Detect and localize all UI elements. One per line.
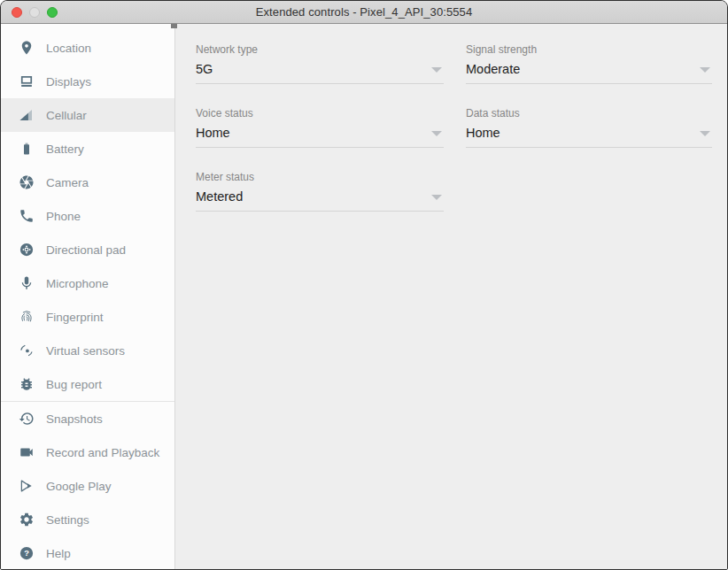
network-type-select[interactable]: 5G — [196, 62, 444, 84]
data-status-select[interactable]: Home — [466, 126, 712, 148]
dpad-icon — [19, 242, 35, 258]
signal-strength-select[interactable]: Moderate — [466, 62, 712, 84]
title-bar: Extended controls - Pixel_4_API_30:5554 — [1, 1, 727, 24]
field-voice-status: Voice status Home — [196, 107, 444, 148]
sidebar-item-label: Snapshots — [46, 412, 103, 426]
cellular-signal-icon — [19, 107, 35, 123]
minimize-button[interactable] — [29, 7, 40, 18]
sidebar: Location Displays Cellular Battery — [1, 24, 175, 569]
sidebar-item-label: Location — [46, 42, 91, 55]
extended-controls-window: Extended controls - Pixel_4_API_30:5554 … — [0, 0, 728, 570]
voice-status-select[interactable]: Home — [196, 126, 444, 148]
sidebar-item-label: Help — [46, 547, 71, 560]
network-type-label: Network type — [196, 43, 444, 56]
traffic-lights — [12, 1, 58, 24]
sidebar-item-label: Virtual sensors — [46, 344, 125, 358]
sidebar-item-record-playback[interactable]: Record and Playback — [1, 435, 174, 469]
sidebar-item-settings[interactable]: Settings — [1, 503, 174, 536]
help-icon: ? — [19, 545, 35, 561]
signal-strength-label: Signal strength — [466, 43, 712, 56]
sidebar-item-microphone[interactable]: Microphone — [1, 266, 174, 300]
sidebar-item-fingerprint[interactable]: Fingerprint — [1, 300, 174, 334]
sidebar-item-cellular[interactable]: Cellular — [1, 98, 174, 132]
scrollbar-thumb[interactable] — [171, 24, 177, 28]
window-title: Extended controls - Pixel_4_API_30:5554 — [256, 5, 473, 19]
snapshots-history-icon — [19, 411, 35, 427]
chevron-down-icon — [431, 195, 442, 200]
sidebar-item-battery[interactable]: Battery — [1, 132, 174, 166]
chevron-down-icon — [700, 67, 710, 73]
sidebar-item-label: Settings — [46, 513, 89, 527]
sidebar-item-phone[interactable]: Phone — [1, 199, 174, 233]
sidebar-item-camera[interactable]: Camera — [1, 166, 174, 199]
google-play-icon — [19, 478, 35, 494]
sidebar-item-location[interactable]: Location — [1, 31, 174, 65]
sidebar-item-label: Directional pad — [46, 243, 126, 257]
sidebar-item-label: Microphone — [46, 277, 109, 290]
meter-status-select[interactable]: Metered — [196, 189, 444, 212]
sidebar-item-label: Fingerprint — [46, 311, 104, 324]
chevron-down-icon — [431, 67, 442, 73]
meter-status-value: Metered — [196, 189, 243, 204]
sidebar-item-bug-report[interactable]: Bug report — [1, 367, 174, 401]
sidebar-item-label: Record and Playback — [46, 446, 159, 459]
voice-status-value: Home — [196, 126, 230, 140]
location-pin-icon — [19, 40, 35, 56]
zoom-button[interactable] — [47, 7, 58, 18]
sidebar-item-label: Camera — [46, 176, 89, 189]
sidebar-item-snapshots[interactable]: Snapshots — [1, 402, 174, 435]
record-playback-icon — [19, 444, 35, 460]
virtual-sensors-icon — [19, 343, 35, 358]
signal-strength-value: Moderate — [466, 62, 520, 76]
field-network-type: Network type 5G — [196, 43, 444, 84]
chevron-down-icon — [431, 131, 442, 136]
voice-status-label: Voice status — [196, 107, 444, 119]
sidebar-item-label: Bug report — [46, 378, 102, 391]
meter-status-label: Meter status — [196, 171, 444, 183]
network-type-value: 5G — [196, 62, 213, 76]
sidebar-item-label: Battery — [46, 142, 84, 156]
sidebar-item-displays[interactable]: Displays — [1, 65, 174, 98]
field-signal-strength: Signal strength Moderate — [466, 43, 712, 84]
chevron-down-icon — [700, 131, 710, 136]
close-button[interactable] — [12, 7, 22, 18]
fingerprint-icon — [19, 309, 35, 325]
field-data-status: Data status Home — [466, 107, 712, 148]
sidebar-item-help[interactable]: ? Help — [1, 536, 174, 569]
data-status-value: Home — [466, 126, 500, 140]
microphone-icon — [19, 275, 35, 291]
displays-icon — [19, 73, 35, 89]
settings-gear-icon — [19, 512, 35, 528]
phone-icon — [19, 208, 35, 224]
camera-shutter-icon — [19, 174, 35, 190]
bug-report-icon — [19, 376, 35, 392]
svg-text:?: ? — [24, 549, 29, 558]
field-meter-status: Meter status Metered — [196, 171, 444, 212]
sidebar-item-virtual-sensors[interactable]: Virtual sensors — [1, 334, 174, 367]
sidebar-item-label: Phone — [46, 210, 81, 223]
cellular-panel: Network type 5G Signal strength Moderate… — [175, 24, 728, 569]
sidebar-item-google-play[interactable]: Google Play — [1, 469, 174, 503]
sidebar-item-label: Displays — [46, 75, 91, 89]
sidebar-item-label: Cellular — [46, 109, 87, 122]
data-status-label: Data status — [466, 107, 712, 119]
sidebar-item-label: Google Play — [46, 480, 112, 493]
battery-icon — [19, 141, 35, 157]
sidebar-item-directional-pad[interactable]: Directional pad — [1, 233, 174, 266]
